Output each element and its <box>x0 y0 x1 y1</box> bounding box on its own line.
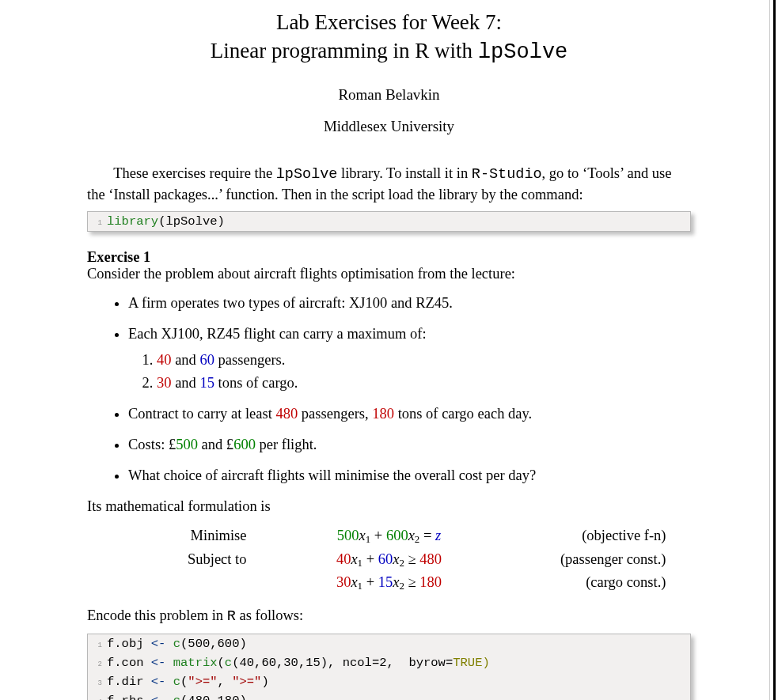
code-line: 4 f.rhs <- c(480,180) <box>88 691 690 700</box>
list-item: 40 and 60 passengers. <box>157 350 691 370</box>
line-number: 3 <box>93 679 102 687</box>
encode-lead: Encode this problem in R as follows: <box>87 606 691 627</box>
math-row-objective: Minimise 500x1 + 600x2 = z (objective f-… <box>87 524 691 548</box>
math-block: Minimise 500x1 + 600x2 = z (objective f-… <box>87 524 691 596</box>
code-line: 3 f.dir <- c(">=", ">=") <box>88 672 690 691</box>
formulation-lead: Its mathematical formulation is <box>87 497 691 516</box>
title-line-1: Lab Exercises for Week 7: <box>276 10 502 34</box>
title-line-2-text: Linear programming in R with <box>211 39 478 62</box>
code-rstudio: R-Studio <box>472 166 542 183</box>
document-page: Lab Exercises for Week 7: Linear program… <box>0 0 778 700</box>
code-line: 1 library(lpSolve) <box>88 212 690 231</box>
line-number: 1 <box>93 219 102 227</box>
title-code-lpsolve: lpSolve <box>478 40 567 64</box>
document-title: Lab Exercises for Week 7: Linear program… <box>87 8 691 67</box>
list-item: What choice of aircraft flights will min… <box>128 466 691 486</box>
math-row-constraint: 30x1 + 15x2 ≥ 180 (cargo const.) <box>87 571 691 595</box>
intro-paragraph: These exercises require the lpSolve libr… <box>87 164 691 205</box>
list-item: Contract to carry at least 480 passenger… <box>128 404 691 424</box>
list-item: A firm operates two types of aircraft: X… <box>128 293 691 313</box>
list-item: 30 and 15 tons of cargo. <box>157 373 691 393</box>
code-line: 1 f.obj <- c(500,600) <box>88 634 690 653</box>
code-block-encode: 1 f.obj <- c(500,600) 2 f.con <- matrix(… <box>87 634 691 700</box>
code-line: 2 f.con <- matrix(c(40,60,30,15), ncol=2… <box>88 653 690 672</box>
enum-list: 40 and 60 passengers. 30 and 15 tons of … <box>128 350 691 393</box>
exercise-intro: Consider the problem about aircraft flig… <box>87 266 515 282</box>
code-lpsolve: lpSolve <box>276 166 338 183</box>
list-item: Each XJ100, RZ45 flight can carry a maxi… <box>128 324 691 393</box>
exercise-heading: Exercise 1 Consider the problem about ai… <box>87 249 691 282</box>
bullet-list: A firm operates two types of aircraft: X… <box>87 293 691 486</box>
math-row-constraint: Subject to 40x1 + 60x2 ≥ 480 (passenger … <box>87 548 691 572</box>
affiliation: Middlesex University <box>87 118 691 135</box>
author-name: Roman Belavkin <box>87 86 691 104</box>
code-block-library: 1 library(lpSolve) <box>87 211 691 232</box>
line-number: 2 <box>93 660 102 668</box>
line-number: 1 <box>93 641 102 649</box>
list-item: Costs: £500 and £600 per flight. <box>128 435 691 455</box>
